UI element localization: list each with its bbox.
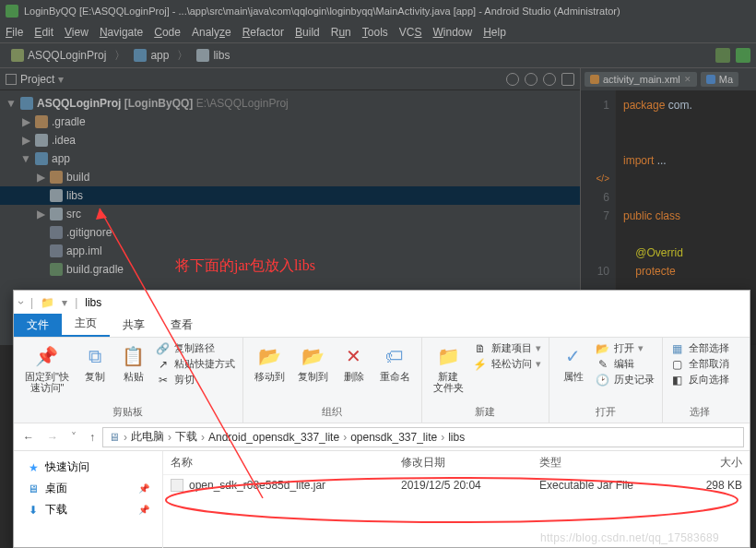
copyto-icon: 📂 (300, 343, 325, 369)
sync-icon[interactable] (715, 48, 730, 63)
up-button[interactable]: ↑ (86, 429, 99, 446)
expand-arrow[interactable]: ▶ (20, 115, 31, 128)
select-none-button[interactable]: ▢全部取消 (670, 357, 729, 371)
expand-arrow[interactable]: ▶ (20, 134, 31, 147)
history-button[interactable]: 🕑历史记录 (596, 373, 655, 387)
tab-mainactivity[interactable]: Ma (701, 72, 738, 87)
properties-button[interactable]: ✓属性 (557, 341, 590, 384)
copy-icon: ⧉ (82, 343, 108, 369)
folder-icon (50, 189, 63, 202)
tree-gradle[interactable]: ▶.gradle (0, 113, 580, 131)
delete-button[interactable]: ✕删除 (337, 341, 371, 384)
copy-path-button[interactable]: 🔗复制路径 (156, 341, 235, 355)
menu-help[interactable]: Help (483, 26, 506, 39)
ribbon-tab-home[interactable]: 主页 (62, 312, 110, 337)
menu-edit[interactable]: Edit (34, 26, 53, 39)
open-button[interactable]: 📂打开▾ (596, 341, 655, 355)
path-crumb[interactable]: 此电脑 (131, 429, 164, 445)
col-type[interactable]: 类型 (539, 455, 668, 471)
path-crumb[interactable]: opensdk_337_lite (350, 431, 437, 444)
sidebar-downloads[interactable]: ⬇下载📌 (18, 499, 159, 520)
folder-icon (35, 134, 48, 147)
menu-tools[interactable]: Tools (362, 26, 388, 39)
menu-run[interactable]: Run (331, 26, 351, 39)
drop-icon[interactable]: ▾ (62, 296, 67, 309)
btn-label: 历史记录 (614, 373, 655, 387)
path-crumb[interactable]: libs (448, 431, 465, 444)
menu-file[interactable]: File (6, 26, 23, 39)
new-folder-button[interactable]: 📁新建 文件夹 (430, 341, 467, 395)
file-row[interactable]: open_sdk_r08e585d_lite.jar 2019/12/5 20:… (163, 475, 750, 495)
tree-libs[interactable]: libs (0, 186, 580, 205)
menu-vcs[interactable]: VCS (399, 26, 422, 39)
pin-quick-access-button[interactable]: 📌固定到"快 速访问" (21, 341, 73, 395)
explorer-title-bar[interactable]: › | 📁 ▾ | libs (14, 291, 750, 315)
forward-button[interactable]: → (43, 429, 62, 446)
expand-arrow[interactable]: ▼ (6, 97, 17, 110)
ribbon-tab-file[interactable]: 文件 (14, 314, 62, 337)
gutter-fold-icon[interactable]: </> (581, 170, 609, 188)
menu-refactor[interactable]: Refactor (242, 26, 284, 39)
rename-button[interactable]: 🏷重命名 (376, 341, 414, 384)
edit-button[interactable]: ✎编辑 (596, 357, 655, 371)
nav-crumb-app[interactable]: app (128, 47, 174, 64)
menu-window[interactable]: Window (432, 26, 472, 39)
new-item-button[interactable]: 🗎新建项目▾ (473, 341, 541, 355)
ribbon-tab-view[interactable]: 查看 (158, 314, 206, 337)
expand-arrow[interactable]: ▼ (20, 152, 31, 165)
path-crumb[interactable]: 下载 (175, 429, 197, 445)
copy-to-button[interactable]: 📂复制到 (294, 341, 332, 384)
copy-button[interactable]: ⧉复制 (78, 341, 112, 384)
ribbon-tab-share[interactable]: 共享 (110, 314, 158, 337)
col-name[interactable]: 名称 (171, 455, 401, 471)
tree-build[interactable]: ▶build (0, 168, 580, 186)
invert-selection-button[interactable]: ◧反向选择 (670, 373, 729, 387)
btn-label: 复制路径 (174, 341, 215, 355)
tree-label: build (66, 171, 89, 184)
gear-icon[interactable] (543, 73, 556, 86)
paste-shortcut-button[interactable]: ↗粘贴快捷方式 (156, 357, 235, 371)
tree-gitignore[interactable]: .gitignore (0, 223, 580, 242)
project-tree[interactable]: ▼ ASQQLoginProj [LoginByQQ] E:\ASQQLogin… (0, 90, 580, 282)
btn-label: 复制 (85, 371, 105, 382)
menu-navigate[interactable]: Navigate (100, 26, 143, 39)
tree-idea[interactable]: ▶.idea (0, 131, 580, 149)
paste-button[interactable]: 📋粘贴 (117, 341, 150, 384)
file-date: 2019/12/5 20:04 (401, 479, 539, 492)
nav-crumb-libs[interactable]: libs (191, 47, 235, 64)
move-to-button[interactable]: 📂移动到 (251, 341, 289, 384)
select-all-button[interactable]: ▦全部选择 (670, 341, 729, 355)
hide-icon[interactable] (561, 73, 574, 86)
down-arrow-icon[interactable]: › (15, 301, 28, 304)
expand-arrow[interactable]: ▶ (35, 171, 46, 184)
tree-src[interactable]: ▶src (0, 205, 580, 223)
avd-icon[interactable] (736, 48, 750, 63)
menu-build[interactable]: Build (295, 26, 320, 39)
tree-project-root[interactable]: ▼ ASQQLoginProj [LoginByQQ] E:\ASQQLogin… (0, 94, 580, 113)
easy-access-button[interactable]: ⚡轻松访问▾ (473, 357, 541, 371)
sidebar-desktop[interactable]: 🖥桌面📌 (18, 478, 159, 499)
back-button[interactable]: ← (19, 429, 38, 446)
nav-crumb-project[interactable]: ASQQLoginProj (6, 47, 112, 64)
recent-button[interactable]: ˅ (67, 429, 80, 446)
tree-app[interactable]: ▼app (0, 149, 580, 168)
btn-label: 全部选择 (689, 341, 729, 355)
path-crumb[interactable]: Android_opensdk_337_lite (208, 431, 339, 444)
btn-label: 轻松访问 (491, 357, 532, 371)
menu-code[interactable]: Code (154, 26, 181, 39)
col-size[interactable]: 大小 (668, 455, 742, 471)
cut-button[interactable]: ✂剪切 (156, 373, 235, 387)
expand-arrow[interactable]: ▶ (35, 208, 46, 220)
pane-dropdown[interactable]: ▾ (58, 73, 64, 86)
column-headers[interactable]: 名称 修改日期 类型 大小 (163, 451, 750, 475)
col-date[interactable]: 修改日期 (401, 455, 539, 471)
tab-activity-main[interactable]: activity_main.xml✕ (585, 72, 697, 87)
sidebar-quick-access[interactable]: ★快速访问 (18, 457, 159, 478)
collapse-icon[interactable] (525, 73, 537, 86)
menu-analyze[interactable]: Analyze (192, 26, 231, 39)
menu-view[interactable]: View (65, 26, 89, 39)
close-icon[interactable]: ✕ (684, 75, 691, 84)
target-icon[interactable] (506, 73, 519, 86)
address-bar[interactable]: 🖥 › 此电脑› 下载› Android_opensdk_337_lite› o… (102, 427, 744, 447)
file-icon (50, 244, 63, 257)
